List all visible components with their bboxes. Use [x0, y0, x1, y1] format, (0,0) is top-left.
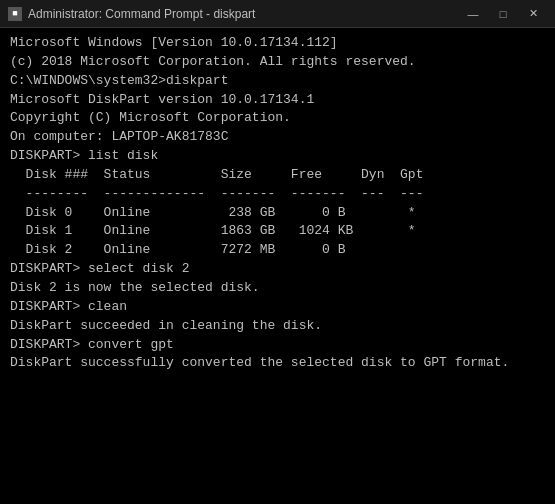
close-button[interactable]: ✕ [519, 4, 547, 24]
console-line: Disk 2 is now the selected disk. [10, 279, 545, 298]
console-line: Copyright (C) Microsoft Corporation. [10, 109, 545, 128]
console-line: DISKPART> select disk 2 [10, 260, 545, 279]
console-line: Microsoft Windows [Version 10.0.17134.11… [10, 34, 545, 53]
console-output: Microsoft Windows [Version 10.0.17134.11… [0, 28, 555, 504]
title-text: Administrator: Command Prompt - diskpart [28, 7, 453, 21]
title-bar: ■ Administrator: Command Prompt - diskpa… [0, 0, 555, 28]
console-line: (c) 2018 Microsoft Corporation. All righ… [10, 53, 545, 72]
console-line: -------- ------------- ------- ------- -… [10, 185, 545, 204]
console-line: Microsoft DiskPart version 10.0.17134.1 [10, 91, 545, 110]
console-line: Disk 0 Online 238 GB 0 B * [10, 204, 545, 223]
console-line: DISKPART> convert gpt [10, 336, 545, 355]
maximize-button[interactable]: □ [489, 4, 517, 24]
minimize-button[interactable]: — [459, 4, 487, 24]
console-line: Disk ### Status Size Free Dyn Gpt [10, 166, 545, 185]
cmd-icon: ■ [8, 7, 22, 21]
console-line: DiskPart successfully converted the sele… [10, 354, 545, 373]
console-line: Disk 1 Online 1863 GB 1024 KB * [10, 222, 545, 241]
console-line: C:\WINDOWS\system32>diskpart [10, 72, 545, 91]
console-line: Disk 2 Online 7272 MB 0 B [10, 241, 545, 260]
console-line: DiskPart succeeded in cleaning the disk. [10, 317, 545, 336]
console-line: On computer: LAPTOP-AK81783C [10, 128, 545, 147]
console-line: DISKPART> clean [10, 298, 545, 317]
window-controls: — □ ✕ [459, 4, 547, 24]
console-line: DISKPART> list disk [10, 147, 545, 166]
